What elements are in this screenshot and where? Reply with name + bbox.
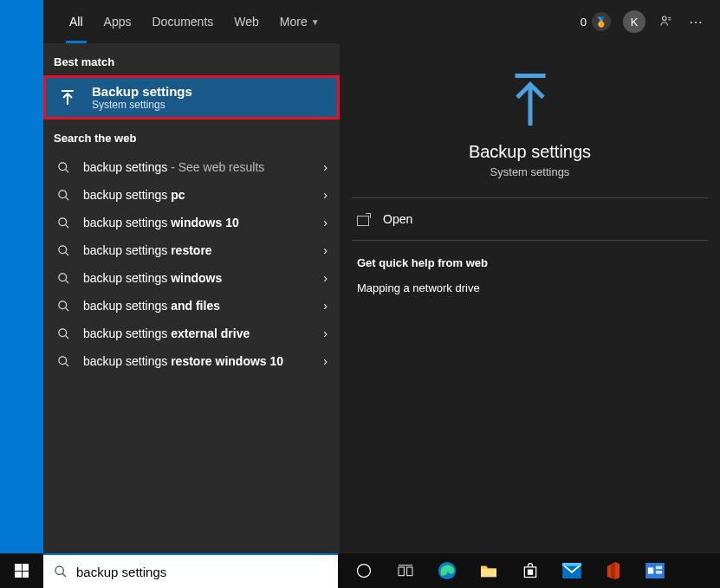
svg-point-0	[663, 16, 667, 21]
store-icon[interactable]	[509, 553, 551, 588]
svg-rect-24	[399, 567, 404, 576]
cortana-icon[interactable]	[343, 553, 385, 588]
svg-point-3	[58, 162, 66, 170]
help-link[interactable]: Mapping a network drive	[352, 278, 708, 298]
svg-point-23	[358, 565, 371, 578]
chevron-right-icon: ›	[323, 299, 328, 313]
web-result-item[interactable]: backup settings restore windows 10›	[43, 347, 340, 375]
search-web-label: Search the web	[43, 120, 340, 152]
svg-rect-33	[530, 572, 532, 574]
chevron-right-icon: ›	[323, 216, 328, 229]
svg-rect-28	[481, 569, 496, 577]
taskbar-search-box[interactable]	[43, 553, 338, 588]
svg-rect-39	[656, 571, 662, 574]
web-result-text: backup settings windows 10	[83, 216, 311, 229]
tab-all[interactable]: All	[59, 0, 94, 43]
svg-line-10	[65, 252, 68, 255]
desktop-accent-strip	[0, 0, 43, 553]
results-column: Best match Backup settings System settin…	[43, 43, 340, 553]
svg-rect-38	[656, 566, 662, 570]
search-icon	[55, 161, 71, 174]
search-input[interactable]	[76, 565, 328, 579]
open-action[interactable]: Open	[352, 198, 708, 241]
svg-point-21	[55, 566, 63, 574]
web-result-item[interactable]: backup settings windows 10›	[43, 209, 340, 236]
chevron-right-icon: ›	[323, 326, 328, 340]
web-result-text: backup settings external drive	[83, 326, 311, 340]
backup-icon	[55, 87, 80, 108]
windows-logo-icon	[15, 564, 29, 578]
search-icon	[55, 216, 71, 229]
search-icon	[55, 355, 71, 368]
web-result-item[interactable]: backup settings - See web results›	[43, 153, 340, 181]
chevron-right-icon: ›	[323, 354, 328, 368]
app-icon[interactable]	[634, 553, 676, 588]
web-result-item[interactable]: backup settings pc›	[43, 181, 340, 209]
chevron-right-icon: ›	[323, 243, 328, 257]
best-match-result[interactable]: Backup settings System settings	[43, 75, 340, 120]
svg-rect-30	[529, 570, 530, 572]
web-result-text: backup settings windows	[83, 271, 311, 285]
tab-apps[interactable]: Apps	[94, 0, 142, 43]
edge-icon[interactable]	[426, 553, 468, 588]
task-view-icon[interactable]	[385, 553, 426, 588]
best-match-label: Best match	[43, 43, 340, 75]
svg-rect-25	[407, 567, 412, 576]
office-icon[interactable]	[593, 553, 634, 588]
search-icon	[55, 327, 71, 340]
web-result-item[interactable]: backup settings restore›	[43, 236, 340, 264]
search-icon	[55, 189, 71, 202]
web-result-text: backup settings and files	[83, 299, 311, 313]
svg-rect-35	[562, 563, 581, 566]
chevron-right-icon: ›	[323, 271, 328, 285]
search-icon	[55, 272, 71, 285]
svg-rect-31	[530, 570, 532, 572]
best-match-subtitle: System settings	[92, 99, 192, 111]
best-match-title: Backup settings	[92, 84, 192, 99]
svg-rect-37	[648, 567, 653, 573]
svg-line-22	[62, 573, 66, 577]
svg-rect-32	[529, 572, 530, 574]
search-filter-tabbar: All Apps Documents Web More▼ 0 🏅 K ⋯	[43, 0, 720, 43]
feedback-icon[interactable]	[658, 13, 675, 30]
svg-line-12	[65, 280, 68, 283]
tab-documents[interactable]: Documents	[141, 0, 224, 43]
svg-line-8	[65, 224, 68, 228]
search-icon	[55, 244, 71, 257]
search-icon	[54, 565, 68, 578]
svg-line-14	[65, 307, 68, 311]
account-avatar[interactable]: K	[623, 10, 645, 33]
taskbar	[0, 553, 720, 588]
web-result-item[interactable]: backup settings windows›	[43, 264, 340, 292]
svg-line-6	[65, 197, 68, 200]
chevron-down-icon: ▼	[311, 17, 320, 27]
search-panel: All Apps Documents Web More▼ 0 🏅 K ⋯ Bes…	[43, 0, 720, 553]
backup-icon-large	[504, 69, 556, 130]
mail-icon[interactable]	[551, 553, 593, 588]
svg-point-13	[58, 300, 66, 308]
web-result-text: backup settings pc	[83, 188, 311, 202]
tab-more[interactable]: More▼	[269, 0, 330, 43]
file-explorer-icon[interactable]	[468, 553, 509, 588]
open-label: Open	[383, 212, 412, 226]
quick-help-header: Get quick help from web	[352, 241, 708, 278]
preview-subtitle: System settings	[352, 165, 708, 178]
start-button[interactable]	[0, 553, 43, 588]
svg-line-16	[65, 335, 68, 339]
svg-point-17	[58, 356, 66, 364]
preview-card: Backup settings System settings	[352, 54, 708, 198]
open-icon	[357, 213, 371, 225]
svg-point-11	[58, 273, 66, 281]
web-result-item[interactable]: backup settings external drive›	[43, 320, 340, 347]
tab-web[interactable]: Web	[224, 0, 269, 43]
preview-title: Backup settings	[352, 142, 708, 162]
web-result-text: backup settings - See web results	[83, 160, 311, 174]
svg-point-15	[58, 328, 66, 336]
web-result-item[interactable]: backup settings and files›	[43, 292, 340, 320]
more-options-icon[interactable]: ⋯	[687, 13, 704, 30]
rewards-points[interactable]: 0 🏅	[581, 12, 611, 31]
svg-line-4	[65, 169, 68, 172]
chevron-right-icon: ›	[323, 160, 328, 174]
svg-point-5	[58, 190, 66, 197]
svg-point-9	[58, 245, 66, 253]
